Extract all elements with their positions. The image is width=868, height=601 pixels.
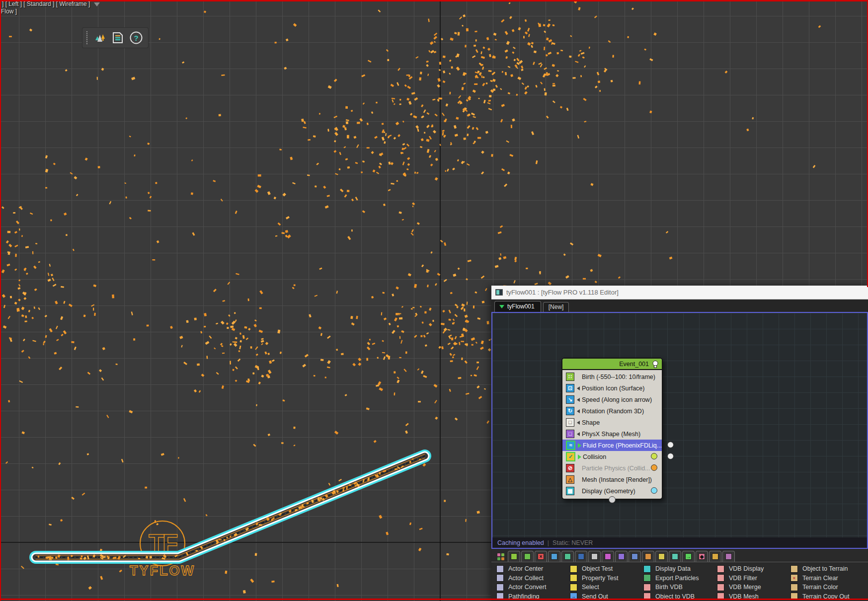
scene-notes-icon[interactable] bbox=[111, 31, 125, 45]
depot-tab-force-icon[interactable] bbox=[521, 551, 534, 562]
operator-row[interactable]: ≈Fluid Force (PhoenixFDLiq... bbox=[562, 440, 662, 451]
operator-port[interactable] bbox=[651, 487, 657, 494]
test-output-port[interactable] bbox=[667, 453, 674, 459]
depot-tab-orange-icon[interactable] bbox=[642, 551, 654, 562]
depot-item-label: Display Data bbox=[655, 565, 691, 572]
speed-icon: ↘ bbox=[566, 395, 574, 404]
depot-item-display-data[interactable]: Display Data bbox=[643, 564, 717, 574]
depot-item-object-test[interactable]: Object Test bbox=[570, 564, 643, 574]
event-node[interactable]: Event_001 ∷Birth (-550--100: 10/frame)⊡P… bbox=[561, 358, 663, 500]
display-layers-icon[interactable] bbox=[92, 31, 106, 45]
flow-active-icon bbox=[499, 305, 504, 308]
depot-item-terrain-color[interactable]: Terrain Color bbox=[790, 583, 864, 592]
operator-row[interactable]: ↘Speed (Along icon arrow) bbox=[562, 394, 662, 405]
depot-item-icon bbox=[717, 584, 724, 591]
editor-tab-new[interactable]: [New] bbox=[543, 302, 569, 312]
position-icon: ⊡ bbox=[566, 384, 574, 392]
depot-item-vdb-filter[interactable]: VDB Filter bbox=[717, 574, 790, 583]
operator-label: Speed (Along icon arrow) bbox=[582, 396, 652, 403]
tyflow-editor-window: tyFlow001 : [tyFlow PRO v1.118 Editor] t… bbox=[491, 286, 868, 601]
selected-spline bbox=[36, 454, 425, 559]
operator-row[interactable]: □PhysX Shape (Mesh) bbox=[562, 428, 662, 440]
depot-tab-gray-icon[interactable] bbox=[588, 551, 601, 562]
operator-row[interactable]: △Mesh (Instance [Render]) bbox=[562, 474, 662, 485]
editor-title: tyFlow001 : [tyFlow PRO v1.118 Editor] bbox=[506, 289, 619, 296]
svg-text:TYFLOW: TYFLOW bbox=[130, 563, 195, 578]
depot-item-select[interactable]: Select bbox=[570, 583, 643, 592]
depot-item-actor-center[interactable]: Actor Center bbox=[496, 564, 570, 574]
depot-tab-delete-icon[interactable]: × bbox=[535, 551, 547, 562]
depot-tab-teal-icon[interactable] bbox=[669, 551, 681, 562]
operator-label: Display (Geometry) bbox=[582, 488, 635, 495]
viewport-border-bottom bbox=[0, 599, 868, 600]
depot-column: Display DataExport ParticlesBirth VDBObj… bbox=[643, 564, 717, 601]
depot-item-property-test[interactable]: Property Test bbox=[570, 574, 643, 583]
viewport-border-left bbox=[0, 0, 1, 601]
operator-row[interactable]: ↻Rotation (Random 3D) bbox=[562, 405, 662, 417]
svg-text:?: ? bbox=[134, 34, 138, 42]
depot-column: Object TestProperty TestSelect→Send Out bbox=[570, 564, 643, 601]
event-node-header[interactable]: Event_001 bbox=[562, 359, 662, 370]
depot-item-vdb-merge[interactable]: VDB Merge bbox=[717, 583, 790, 592]
depot-item-actor-collect[interactable]: Actor Collect bbox=[496, 574, 570, 583]
depot-tab-magenta-icon[interactable] bbox=[602, 551, 614, 562]
depot-item-terrain-clear[interactable]: ×Terrain Clear bbox=[790, 574, 864, 583]
help-icon[interactable]: ? bbox=[129, 31, 143, 45]
event-output-port[interactable] bbox=[609, 496, 616, 503]
screenshot-root: TFTYFLOW ] [ Left ] [ Standard ] [ Wiref… bbox=[0, 0, 868, 601]
depot-tab-steel-icon[interactable] bbox=[629, 551, 641, 562]
depot-item-label: Property Test bbox=[582, 575, 618, 582]
depot-tab-blue-icon[interactable] bbox=[548, 551, 560, 562]
depot-tab-mauve-icon[interactable] bbox=[722, 551, 735, 562]
depot-item-label: Terrain Color bbox=[802, 584, 838, 591]
editor-title-bar[interactable]: tyFlow001 : [tyFlow PRO v1.118 Editor] bbox=[491, 286, 868, 300]
fluid-force-icon: ≈ bbox=[566, 441, 575, 450]
depot-tab-pink-icon[interactable]: ◆ bbox=[696, 551, 708, 562]
operator-row[interactable]: ∷Birth (-550--100: 10/frame) bbox=[562, 371, 662, 382]
depot-item-icon bbox=[717, 565, 724, 573]
static-status: Static: NEVER bbox=[552, 539, 593, 546]
window-icon bbox=[495, 289, 503, 296]
depot-item-icon bbox=[643, 565, 651, 573]
filter-icon bbox=[94, 2, 100, 6]
depot-item-actor-convert[interactable]: Actor Convert bbox=[496, 583, 570, 592]
viewport-object-label: Flow ] bbox=[1, 8, 17, 15]
depot-tab-gold-icon[interactable] bbox=[709, 551, 721, 562]
depot-item-icon bbox=[570, 574, 577, 582]
depot-tab-sendout-icon[interactable]: → bbox=[682, 551, 695, 562]
enable-bulb-icon[interactable] bbox=[651, 360, 659, 369]
depot-item-label: VDB Filter bbox=[729, 575, 757, 582]
editor-canvas-frame: Event_001 ∷Birth (-550--100: 10/frame)⊡P… bbox=[491, 312, 868, 549]
operator-row[interactable]: ⊘Particle Physics (Collid... bbox=[562, 462, 662, 474]
depot-tab-all-icon[interactable] bbox=[494, 551, 507, 562]
depot-tab-birth-icon[interactable] bbox=[508, 551, 520, 562]
depot-tab-yellow-icon[interactable] bbox=[655, 551, 668, 562]
viewport-label[interactable]: ] [ Left ] [ Standard ] [ Wireframe ] bbox=[2, 0, 100, 8]
active-arrow-icon bbox=[578, 454, 581, 459]
operator-label: Fluid Force (PhoenixFDLiq... bbox=[583, 442, 662, 449]
depot-item-export-particles[interactable]: Export Particles bbox=[643, 574, 717, 583]
toolbar-drag-handle[interactable] bbox=[86, 31, 88, 44]
operator-label: Birth (-550--100: 10/frame) bbox=[582, 374, 655, 380]
depot-item-label: Actor Collect bbox=[508, 575, 544, 582]
test-output-port[interactable] bbox=[667, 442, 674, 448]
operator-port[interactable] bbox=[651, 464, 657, 471]
depot-tab-greenrect-icon[interactable] bbox=[561, 551, 574, 562]
depot-tab-navy-icon[interactable] bbox=[575, 551, 587, 562]
editor-tab-bar: tyFlow001[New] bbox=[491, 300, 868, 312]
input-notch-icon bbox=[577, 421, 580, 425]
depot-tab-purple-icon[interactable] bbox=[615, 551, 628, 562]
depot-item-birth-vdb[interactable]: Birth VDB bbox=[643, 583, 717, 592]
operator-row[interactable]: ✓Collision bbox=[562, 451, 662, 462]
depot-item-label: Select bbox=[582, 584, 599, 591]
editor-tab-tyflow001[interactable]: tyFlow001 bbox=[494, 301, 541, 312]
operator-row[interactable]: ▦Display (Geometry) bbox=[562, 485, 662, 497]
depot-item-object-to-terrain[interactable]: Object to Terrain bbox=[790, 564, 864, 574]
node-graph-canvas[interactable]: Event_001 ∷Birth (-550--100: 10/frame)⊡P… bbox=[492, 313, 867, 537]
depot-item-icon bbox=[790, 584, 798, 591]
depot-item-vdb-display[interactable]: VDB Display bbox=[717, 564, 790, 574]
operator-port[interactable] bbox=[651, 453, 657, 459]
operator-row[interactable]: ⊡Position Icon (Surface) bbox=[562, 382, 662, 394]
operator-row[interactable]: □Shape bbox=[562, 417, 662, 428]
depot-item-icon bbox=[643, 574, 651, 582]
